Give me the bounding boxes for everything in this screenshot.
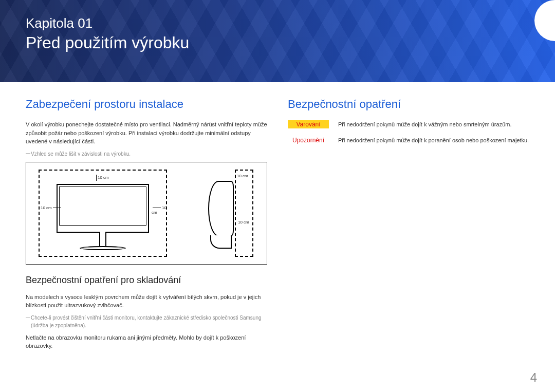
right-column: Bezpečnostní opatření Varování Při nedod…	[288, 98, 529, 354]
monitor-side-icon	[208, 181, 234, 236]
dim-left: 10 cm	[41, 206, 62, 210]
storage-paragraph-2: Netlačte na obrazovku monitoru rukama an…	[26, 333, 267, 350]
installation-paragraph: V okolí výrobku ponechejte dostatečné mí…	[26, 120, 267, 146]
clearance-figure: 10 cm 10 cm 10 cm 10 cm 10 cm	[26, 162, 267, 265]
chapter-number: Kapitola 01	[26, 15, 529, 31]
figure-side-view: 10 cm 10 cm	[188, 170, 254, 257]
clearance-boundary-side	[235, 170, 253, 257]
stand-neck-icon	[99, 232, 106, 246]
dim-top: 10 cm	[95, 175, 109, 181]
page-content: Zabezpečení prostoru instalace V okolí v…	[0, 82, 555, 354]
warning-label: Varování	[288, 120, 329, 128]
heading-storage-precautions: Bezpečnostní opatření pro skladování	[26, 275, 267, 286]
caution-label: Upozornění	[288, 136, 329, 144]
side-stand-icon	[210, 235, 232, 249]
chapter-title: Před použitím výrobku	[26, 33, 529, 52]
caution-text: Při nedodržení pokynů může dojít k poran…	[338, 136, 529, 145]
dim-side-back: 10 cm	[238, 220, 249, 225]
heading-safety-precautions: Bezpečnostní opatření	[288, 98, 529, 111]
left-column: Zabezpečení prostoru instalace V okolí v…	[26, 98, 267, 354]
chapter-banner: Kapitola 01 Před použitím výrobku	[0, 0, 555, 82]
warning-table: Varování Při nedodržení pokynů může dojí…	[288, 120, 529, 144]
storage-paragraph-1: Na modelech s vysoce lesklým povrchem mů…	[26, 293, 267, 310]
appearance-note: Vzhled se může lišit v závislosti na výr…	[26, 150, 267, 158]
table-row: Upozornění Při nedodržení pokynů může do…	[288, 136, 529, 145]
monitor-front-icon	[57, 184, 149, 233]
table-row: Varování Při nedodržení pokynů může dojí…	[288, 120, 529, 129]
dim-right: 10 cm	[152, 206, 172, 215]
stand-base-icon	[80, 246, 126, 250]
heading-installation-space: Zabezpečení prostoru instalace	[26, 98, 267, 111]
cleaning-note: Chcete-li provést čištění vnitřní části …	[26, 314, 267, 329]
warning-text: Při nedodržení pokynů může dojít k vážný…	[338, 120, 529, 129]
figure-front-view: 10 cm 10 cm 10 cm	[33, 170, 172, 257]
page-number: 4	[530, 370, 537, 385]
dim-side-top: 10 cm	[237, 174, 248, 178]
